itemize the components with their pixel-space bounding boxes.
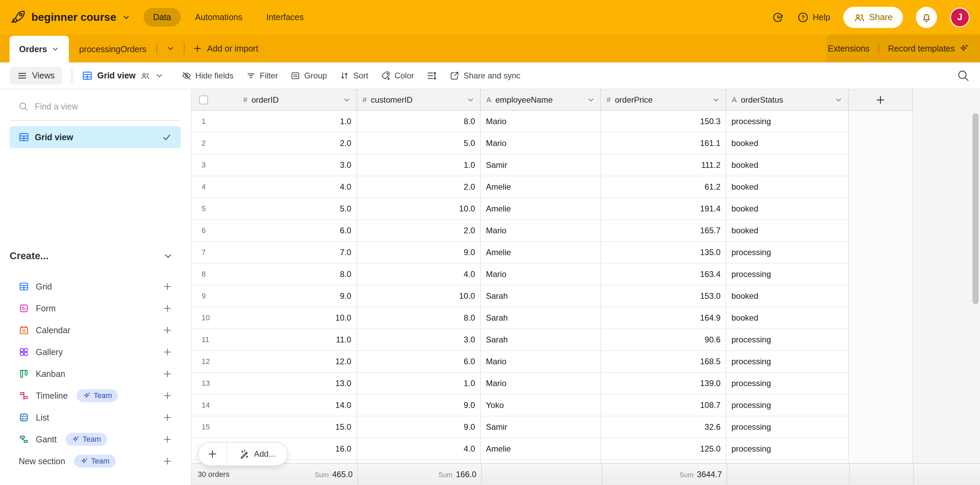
- nav-tab-automations[interactable]: Automations: [186, 8, 252, 27]
- row-number[interactable]: 8: [192, 264, 238, 285]
- field-header-orderStatus[interactable]: A orderStatus: [726, 89, 849, 111]
- summary-customerID-cell[interactable]: Sum 166.0: [358, 464, 482, 485]
- cell-orderPrice[interactable]: 125.0: [601, 438, 726, 460]
- field-header-employeeName[interactable]: A employeeName: [481, 89, 601, 111]
- create-item-list[interactable]: List: [10, 407, 181, 427]
- add-field-button[interactable]: [849, 89, 913, 111]
- cell-orderStatus[interactable]: processing: [726, 351, 849, 372]
- add-record-button[interactable]: [199, 443, 227, 465]
- row-number[interactable]: 5: [192, 198, 238, 219]
- hide-fields-button[interactable]: Hide fields: [181, 71, 234, 81]
- cell-customerID[interactable]: 10.0: [357, 198, 481, 219]
- cell-orderPrice[interactable]: 161.1: [601, 133, 726, 154]
- cell-orderPrice[interactable]: 108.7: [601, 394, 726, 416]
- cell-orderStatus[interactable]: processing: [726, 373, 849, 394]
- create-item-grid[interactable]: Grid: [10, 277, 181, 296]
- notifications-button[interactable]: [916, 7, 937, 28]
- tab-orders[interactable]: Orders: [10, 36, 69, 62]
- cell-customerID[interactable]: 1.0: [357, 373, 481, 394]
- select-all-checkbox[interactable]: [199, 95, 208, 104]
- cell-customerID[interactable]: 10.0: [357, 285, 481, 307]
- cell-orderPrice[interactable]: 165.7: [601, 220, 726, 241]
- cell-orderPrice[interactable]: 32.6: [601, 417, 726, 437]
- cell-employeeName[interactable]: Sarah: [481, 285, 601, 307]
- cell-orderID[interactable]: 10.0: [238, 307, 357, 328]
- cell-orderID[interactable]: 13.0: [238, 373, 357, 394]
- sidebar-view-grid-view[interactable]: Grid view: [10, 126, 181, 148]
- add-or-import-button[interactable]: Add or import: [185, 44, 266, 54]
- cell-orderID[interactable]: 3.0: [238, 154, 357, 176]
- user-avatar[interactable]: J: [950, 8, 970, 27]
- cell-orderStatus[interactable]: booked: [726, 285, 849, 307]
- row-number[interactable]: 12: [192, 351, 238, 372]
- cell-orderPrice[interactable]: 163.4: [601, 264, 726, 285]
- cell-customerID[interactable]: 4.0: [357, 438, 481, 460]
- cell-employeeName[interactable]: Mario: [481, 220, 601, 241]
- row-height-button[interactable]: [426, 70, 437, 81]
- create-item-new-section[interactable]: New section Team: [10, 451, 181, 471]
- tables-dropdown-button[interactable]: [157, 44, 184, 53]
- create-item-calendar[interactable]: 31 Calendar: [10, 320, 181, 340]
- row-number[interactable]: 10: [192, 307, 238, 328]
- cell-orderID[interactable]: 6.0: [238, 220, 357, 241]
- create-item-timeline[interactable]: Timeline Team: [10, 386, 181, 405]
- summary-orderID[interactable]: Sum 465.0: [315, 470, 353, 479]
- cell-employeeName[interactable]: Yoko: [481, 394, 601, 416]
- cell-employeeName[interactable]: Samir: [481, 154, 601, 176]
- cell-orderID[interactable]: 12.0: [238, 351, 357, 372]
- cell-customerID[interactable]: 8.0: [357, 307, 481, 328]
- cell-employeeName[interactable]: Mario: [481, 264, 601, 285]
- views-button[interactable]: Views: [10, 67, 62, 84]
- nav-tab-interfaces[interactable]: Interfaces: [257, 8, 313, 27]
- cell-customerID[interactable]: 9.0: [357, 242, 481, 263]
- current-view-button[interactable]: Grid view: [82, 70, 164, 81]
- create-item-gantt[interactable]: Gantt Team: [10, 429, 181, 449]
- cell-orderStatus[interactable]: booked: [726, 220, 849, 241]
- row-number[interactable]: 13: [192, 373, 238, 394]
- cell-employeeName[interactable]: Mario: [481, 133, 601, 154]
- cell-customerID[interactable]: 3.0: [357, 329, 481, 350]
- cell-employeeName[interactable]: Mario: [481, 351, 601, 372]
- field-header-orderID[interactable]: # orderID: [238, 89, 357, 111]
- cell-orderPrice[interactable]: 135.0: [601, 242, 726, 263]
- row-number[interactable]: 7: [192, 242, 238, 263]
- cell-orderID[interactable]: 1.0: [238, 111, 357, 132]
- search-button[interactable]: [956, 68, 970, 82]
- cell-orderID[interactable]: 5.0: [238, 198, 357, 219]
- cell-orderPrice[interactable]: 153.0: [601, 285, 726, 307]
- cell-orderPrice[interactable]: 111.2: [601, 154, 726, 176]
- cell-customerID[interactable]: 8.0: [357, 111, 481, 132]
- field-header-customerID[interactable]: # customerID: [357, 89, 481, 111]
- cell-orderStatus[interactable]: processing: [726, 394, 849, 416]
- cell-employeeName[interactable]: Mario: [481, 373, 601, 394]
- row-number[interactable]: 3: [192, 154, 238, 176]
- summary-orderPrice-cell[interactable]: Sum 3644.7: [602, 464, 727, 485]
- cell-orderID[interactable]: 9.0: [238, 285, 357, 307]
- help-button[interactable]: ? Help: [797, 11, 830, 24]
- create-section-header[interactable]: Create...: [10, 250, 181, 262]
- group-button[interactable]: Group: [290, 71, 327, 81]
- share-button[interactable]: Share: [843, 7, 903, 28]
- cell-orderStatus[interactable]: processing: [726, 329, 849, 350]
- cell-employeeName[interactable]: Mario: [481, 111, 601, 132]
- color-button[interactable]: Color: [380, 71, 414, 81]
- field-header-orderPrice[interactable]: # orderPrice: [601, 89, 726, 111]
- share-and-sync-button[interactable]: Share and sync: [449, 71, 520, 81]
- row-number[interactable]: 1: [192, 111, 238, 132]
- cell-orderStatus[interactable]: processing: [726, 242, 849, 263]
- cell-orderPrice[interactable]: 139.0: [601, 373, 726, 394]
- extensions-button[interactable]: Extensions: [828, 44, 870, 54]
- cell-orderStatus[interactable]: booked: [726, 154, 849, 176]
- cell-employeeName[interactable]: Amelie: [481, 198, 601, 219]
- cell-employeeName[interactable]: Sarah: [481, 307, 601, 328]
- cell-orderStatus[interactable]: processing: [726, 417, 849, 437]
- cell-customerID[interactable]: 1.0: [357, 154, 481, 176]
- base-brand[interactable]: beginner course: [10, 10, 130, 25]
- cell-orderPrice[interactable]: 90.6: [601, 329, 726, 350]
- cell-orderPrice[interactable]: 61.2: [601, 177, 726, 197]
- row-number[interactable]: 14: [192, 394, 238, 416]
- row-number[interactable]: 9: [192, 285, 238, 307]
- cell-orderPrice[interactable]: 150.3: [601, 111, 726, 132]
- cell-orderStatus[interactable]: booked: [726, 307, 849, 328]
- cell-orderStatus[interactable]: processing: [726, 438, 849, 460]
